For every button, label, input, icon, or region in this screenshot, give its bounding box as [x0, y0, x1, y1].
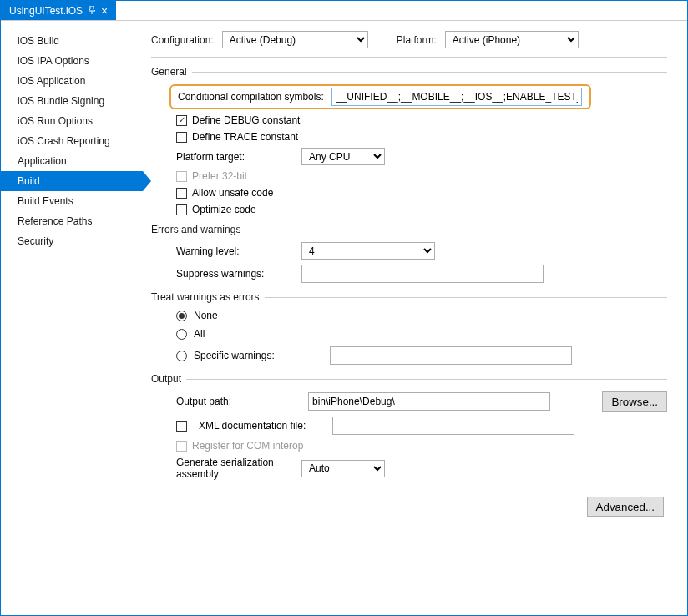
serialization-row: Generate serialization assembly: Auto	[151, 457, 667, 480]
define-trace-label: Define TRACE constant	[192, 131, 298, 143]
conditional-symbols-input[interactable]	[331, 88, 582, 106]
errors-title: Errors and warnings	[151, 224, 240, 235]
serialization-select[interactable]: Auto	[301, 460, 385, 477]
tab-using-uitest-ios[interactable]: UsingUITest.iOS ×	[1, 1, 116, 20]
pin-icon[interactable]	[88, 5, 96, 17]
group-general: General	[151, 66, 667, 78]
warning-level-select[interactable]: 4	[301, 242, 435, 260]
sidebar: iOS Build iOS IPA Options iOS Applicatio…	[1, 21, 143, 615]
platform-target-label: Platform target:	[151, 151, 301, 163]
treat-title: Treat warnings as errors	[151, 291, 260, 303]
treat-all-label: All	[194, 328, 205, 340]
sidebar-item-ios-crash-reporting[interactable]: iOS Crash Reporting	[1, 131, 143, 151]
warning-level-row: Warning level: 4	[151, 242, 667, 260]
conditional-symbols-label: Conditional compilation symbols:	[176, 91, 331, 103]
body: iOS Build iOS IPA Options iOS Applicatio…	[1, 21, 687, 615]
browse-button[interactable]: Browse...	[602, 391, 667, 412]
checkbox-icon[interactable]	[176, 421, 187, 432]
configuration-label: Configuration:	[151, 34, 214, 46]
treat-none-label: None	[194, 310, 218, 321]
project-properties-window: UsingUITest.iOS × iOS Build iOS IPA Opti…	[0, 0, 688, 616]
checkbox-icon[interactable]	[176, 132, 187, 143]
sidebar-item-ios-build[interactable]: iOS Build	[1, 31, 143, 51]
group-treat-warnings: Treat warnings as errors	[151, 291, 667, 303]
suppress-warnings-label: Suppress warnings:	[151, 268, 301, 280]
radio-icon[interactable]	[176, 311, 187, 321]
xml-doc-row: XML documentation file:	[151, 417, 667, 435]
sidebar-item-ios-bundle-signing[interactable]: iOS Bundle Signing	[1, 91, 143, 111]
prefer-32bit-label: Prefer 32-bit	[192, 170, 247, 182]
sidebar-item-reference-paths[interactable]: Reference Paths	[1, 211, 143, 231]
configuration-select[interactable]: Active (Debug)	[222, 31, 368, 48]
optimize-label: Optimize code	[192, 204, 256, 215]
sidebar-item-ios-run-options[interactable]: iOS Run Options	[1, 111, 143, 131]
treat-none-row[interactable]: None	[151, 310, 667, 321]
conditional-symbols-row: Conditional compilation symbols:	[151, 84, 667, 109]
allow-unsafe-row[interactable]: Allow unsafe code	[151, 187, 667, 199]
define-debug-row[interactable]: Define DEBUG constant	[151, 114, 667, 126]
xml-doc-input[interactable]	[332, 417, 574, 435]
conditional-symbols-highlight: Conditional compilation symbols:	[169, 84, 591, 109]
sidebar-item-build[interactable]: Build	[1, 171, 143, 191]
tab-bar: UsingUITest.iOS ×	[1, 1, 687, 21]
xml-doc-label: XML documentation file:	[194, 420, 326, 432]
radio-icon[interactable]	[176, 351, 187, 361]
prefer-32bit-row: Prefer 32-bit	[151, 170, 667, 182]
group-output: Output	[151, 373, 667, 385]
close-icon[interactable]: ×	[101, 5, 108, 17]
platform-target-row: Platform target: Any CPU	[151, 148, 667, 165]
suppress-warnings-input[interactable]	[301, 265, 544, 283]
divider	[151, 57, 667, 58]
checkbox-icon[interactable]	[176, 115, 187, 126]
platform-target-select[interactable]: Any CPU	[301, 148, 385, 165]
general-title: General	[151, 66, 187, 78]
warning-level-label: Warning level:	[151, 245, 301, 257]
radio-icon[interactable]	[176, 329, 187, 340]
allow-unsafe-label: Allow unsafe code	[192, 187, 273, 199]
output-path-label: Output path:	[151, 396, 301, 407]
main-panel: Configuration: Active (Debug) Platform: …	[143, 21, 687, 615]
advanced-row: Advanced...	[151, 497, 667, 517]
sidebar-item-security[interactable]: Security	[1, 231, 143, 251]
register-com-label: Register for COM interop	[192, 440, 303, 452]
checkbox-icon	[176, 441, 187, 452]
checkbox-icon[interactable]	[176, 204, 187, 215]
treat-specific-input[interactable]	[330, 346, 572, 365]
serialization-label: Generate serialization assembly:	[151, 457, 301, 480]
platform-select[interactable]: Active (iPhone)	[445, 31, 579, 48]
platform-label: Platform:	[397, 34, 437, 46]
sidebar-item-application[interactable]: Application	[1, 151, 143, 171]
sidebar-item-build-events[interactable]: Build Events	[1, 191, 143, 211]
advanced-button[interactable]: Advanced...	[587, 497, 664, 517]
optimize-row[interactable]: Optimize code	[151, 204, 667, 215]
output-path-input[interactable]	[308, 392, 550, 411]
sidebar-item-ios-application[interactable]: iOS Application	[1, 71, 143, 91]
sidebar-item-ios-ipa-options[interactable]: iOS IPA Options	[1, 51, 143, 71]
define-debug-label: Define DEBUG constant	[192, 114, 300, 126]
treat-all-row[interactable]: All	[151, 328, 667, 340]
register-com-row: Register for COM interop	[151, 440, 667, 452]
config-platform-row: Configuration: Active (Debug) Platform: …	[151, 31, 667, 48]
treat-specific-label: Specific warnings:	[194, 350, 323, 361]
treat-specific-row[interactable]: Specific warnings:	[151, 346, 667, 365]
checkbox-icon	[176, 171, 187, 182]
output-path-row: Output path: Browse...	[151, 391, 667, 412]
output-title: Output	[151, 373, 181, 385]
checkbox-icon[interactable]	[176, 188, 187, 199]
define-trace-row[interactable]: Define TRACE constant	[151, 131, 667, 143]
group-errors: Errors and warnings	[151, 224, 667, 235]
tab-title: UsingUITest.iOS	[9, 5, 83, 17]
suppress-warnings-row: Suppress warnings:	[151, 265, 667, 283]
